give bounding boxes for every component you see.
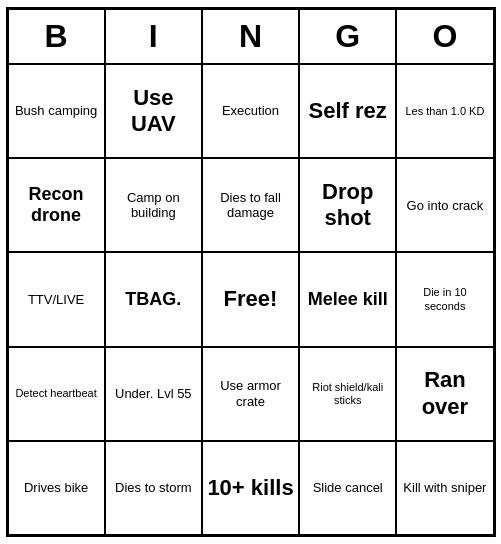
cell-4-2: 10+ kills bbox=[203, 442, 300, 534]
header-letter-i: I bbox=[106, 10, 203, 63]
cell-3-4: Ran over bbox=[397, 348, 492, 440]
cell-4-3: Slide cancel bbox=[300, 442, 397, 534]
cell-2-0: TTV/LIVE bbox=[9, 253, 106, 345]
bingo-header: BINGO bbox=[9, 10, 493, 65]
header-letter-g: G bbox=[300, 10, 397, 63]
cell-0-4: Les than 1.0 KD bbox=[397, 65, 492, 157]
cell-3-2: Use armor crate bbox=[203, 348, 300, 440]
cell-4-1: Dies to storm bbox=[106, 442, 203, 534]
bingo-grid: Bush campingUse UAVExecutionSelf rezLes … bbox=[9, 65, 493, 534]
bingo-row-3: Detect heartbeatUnder. Lvl 55Use armor c… bbox=[9, 348, 493, 442]
cell-0-2: Execution bbox=[203, 65, 300, 157]
header-letter-o: O bbox=[397, 10, 492, 63]
cell-2-1: TBAG. bbox=[106, 253, 203, 345]
cell-1-1: Camp on building bbox=[106, 159, 203, 251]
cell-2-4: Die in 10 seconds bbox=[397, 253, 492, 345]
cell-4-4: Kill with sniper bbox=[397, 442, 492, 534]
header-letter-b: B bbox=[9, 10, 106, 63]
cell-0-1: Use UAV bbox=[106, 65, 203, 157]
cell-3-1: Under. Lvl 55 bbox=[106, 348, 203, 440]
cell-4-0: Drives bike bbox=[9, 442, 106, 534]
cell-2-3: Melee kill bbox=[300, 253, 397, 345]
bingo-row-1: Recon droneCamp on buildingDies to fall … bbox=[9, 159, 493, 253]
bingo-row-0: Bush campingUse UAVExecutionSelf rezLes … bbox=[9, 65, 493, 159]
cell-3-0: Detect heartbeat bbox=[9, 348, 106, 440]
cell-1-2: Dies to fall damage bbox=[203, 159, 300, 251]
cell-2-2: Free! bbox=[203, 253, 300, 345]
cell-0-3: Self rez bbox=[300, 65, 397, 157]
cell-1-0: Recon drone bbox=[9, 159, 106, 251]
header-letter-n: N bbox=[203, 10, 300, 63]
bingo-row-4: Drives bikeDies to storm10+ killsSlide c… bbox=[9, 442, 493, 534]
cell-0-0: Bush camping bbox=[9, 65, 106, 157]
cell-1-4: Go into crack bbox=[397, 159, 492, 251]
bingo-card: BINGO Bush campingUse UAVExecutionSelf r… bbox=[6, 7, 496, 537]
bingo-row-2: TTV/LIVETBAG.Free!Melee killDie in 10 se… bbox=[9, 253, 493, 347]
cell-1-3: Drop shot bbox=[300, 159, 397, 251]
cell-3-3: Riot shield/kali sticks bbox=[300, 348, 397, 440]
